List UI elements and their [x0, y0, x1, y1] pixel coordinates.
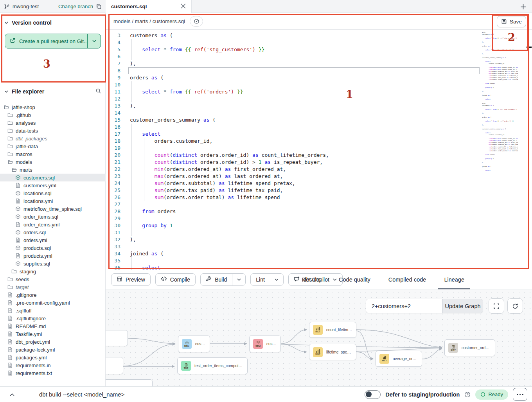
tree-item-orders.yml[interactable]: orders.yml [0, 236, 106, 244]
defer-toggle[interactable] [365, 390, 381, 399]
tree-item-.sqlfluff[interactable]: .sqlfluff [0, 307, 106, 314]
build-label: Build [215, 276, 227, 283]
preview-button[interactable]: Preview [111, 273, 151, 286]
tab-compiled-code[interactable]: Compiled code [379, 270, 435, 289]
tree-item-jaffle-shop[interactable]: jaffle-shop [0, 103, 106, 111]
new-tab-button[interactable] [518, 2, 528, 12]
close-tab-icon[interactable] [181, 3, 186, 10]
tree-item-label: orders.yml [23, 237, 47, 243]
tree-item-dbt_packages[interactable]: dbt_packages [0, 135, 106, 142]
tree-item-macros[interactable]: macros [0, 150, 106, 158]
tree-item-locations.yml[interactable]: locations.yml [0, 197, 106, 205]
tree-item-analyses[interactable]: analyses [0, 119, 106, 127]
lineage-panel: Update Graph stg_customersordersMDLcusto… [106, 289, 532, 386]
tree-item-customers.sql[interactable]: customers.sql [0, 174, 106, 181]
tree-item-marts[interactable]: marts [0, 166, 106, 174]
pr-dropdown-caret[interactable] [87, 34, 101, 48]
tree-item-README.md[interactable]: README.md [0, 322, 106, 330]
help-icon[interactable] [464, 391, 471, 398]
code-editor[interactable]: 2with3customers as (45 select * from {{ … [106, 30, 532, 270]
copilot-compass-icon[interactable] [190, 16, 203, 27]
lineage-node-customers[interactable]: SEMcustomers [249, 336, 281, 352]
tree-item-order_items.sql[interactable]: order_items.sql [0, 213, 106, 221]
tree-item-.gitignore[interactable]: .gitignore [0, 291, 106, 299]
build-button[interactable]: Build [201, 274, 232, 285]
tree-item-packages.yml[interactable]: packages.yml [0, 354, 106, 361]
tree-item-target[interactable]: target [0, 283, 106, 291]
model-icon [15, 261, 21, 266]
fullscreen-button[interactable] [489, 298, 504, 314]
file-icon [15, 198, 21, 204]
tree-item-metricflow_time_spine.sql[interactable]: metricflow_time_spine.sql [0, 205, 106, 213]
create-pr-button[interactable]: Create a pull request on Git... [5, 34, 101, 48]
expand-panel-caret[interactable] [0, 387, 24, 402]
line-number: 9 [106, 74, 120, 81]
tree-item-jaffle-data[interactable]: jaffle-data [0, 142, 106, 150]
tab-label: customers.sql [111, 4, 147, 9]
refresh-button[interactable] [507, 298, 523, 314]
file-icon [7, 347, 13, 352]
tree-item-order_items.yml[interactable]: order_items.yml [0, 221, 106, 228]
branch-name: mwong-test [13, 4, 39, 9]
model-icon [15, 175, 21, 180]
version-control-header[interactable]: Version control [0, 18, 105, 27]
tree-item-.sqlfluffignore[interactable]: .sqlfluffignore [0, 314, 106, 322]
lint-dropdown-caret[interactable] [270, 274, 283, 285]
lineage-node-test_order_items_compute_to_bools...[interactable]: TSTtest_order_items_compute_to_bools... [177, 357, 248, 374]
tree-item-label: .github [16, 112, 31, 118]
lineage-filter-input[interactable] [366, 299, 442, 313]
lineage-node-partial[interactable] [106, 379, 153, 386]
tab-lineage[interactable]: Lineage [435, 270, 473, 289]
lineage-node-count_lifetime_orders[interactable]: METcount_lifetime_orders [309, 322, 356, 338]
tab-results[interactable]: Results [293, 270, 330, 289]
lineage-node-orders[interactable]: orders [106, 357, 123, 374]
lint-button[interactable]: Lint [251, 274, 270, 285]
cli-command[interactable]: dbt build --select <model_name> [39, 391, 124, 398]
line-number: 20 [106, 152, 120, 159]
tree-item-.pre-commit-config.yaml[interactable]: .pre-commit-config.yaml [0, 299, 106, 307]
lineage-node-stg_customers[interactable]: stg_customers [106, 330, 128, 346]
save-button[interactable]: Save [497, 16, 526, 27]
tree-item-data-tests[interactable]: data-tests [0, 127, 106, 135]
top-bar: mwong-test Change branch customers.sql [0, 0, 532, 13]
tree-item-requirements.txt[interactable]: requirements.txt [0, 369, 106, 377]
file-explorer-header[interactable]: File explorer [0, 87, 105, 96]
tree-item-dbt_project.yml[interactable]: dbt_project.yml [0, 338, 106, 346]
tab-code-quality[interactable]: Code quality [330, 270, 379, 289]
tree-item-products.sql[interactable]: products.sql [0, 244, 106, 252]
tree-item-supplies.sql[interactable]: supplies.sql [0, 260, 106, 267]
lineage-node-customer_order_metrics[interactable]: QRYcustomer_order_metrics [444, 339, 495, 356]
tree-item-requirements.in[interactable]: requirements.in [0, 361, 106, 369]
tree-item-Taskfile.yml[interactable]: Taskfile.yml [0, 330, 106, 338]
ready-label: Ready [488, 391, 503, 397]
tree-item-models[interactable]: models [0, 158, 106, 166]
tree-item-staging[interactable]: staging [0, 267, 106, 275]
search-icon[interactable] [95, 88, 101, 95]
editor-tab-customers-sql[interactable]: customers.sql [106, 0, 192, 13]
create-pr-label: Create a pull request on Git... [19, 38, 87, 44]
lineage-node-lifetime_spend_pretax[interactable]: METlifetime_spend_pretax [309, 344, 356, 360]
update-graph-button[interactable]: Update Graph [442, 299, 483, 313]
tree-item-seeds[interactable]: seeds [0, 275, 106, 283]
lineage-node-customers[interactable]: MDLcustomers [178, 336, 210, 352]
tree-item-label: target [16, 284, 29, 290]
tree-item-customers.yml[interactable]: customers.yml [0, 181, 106, 189]
folder-icon [7, 136, 13, 141]
lineage-node-average_order_value[interactable]: METaverage_order_value [376, 351, 422, 367]
tree-item-.github[interactable]: .github [0, 111, 106, 119]
tree-item-package-lock.yml[interactable]: package-lock.yml [0, 346, 106, 354]
folder-open-icon [11, 167, 17, 172]
copy-icon[interactable] [96, 4, 102, 9]
folder-icon [7, 120, 13, 126]
sidebar: Version control Create a pull request on… [0, 13, 106, 386]
tree-item-label: README.md [16, 323, 46, 329]
compile-button[interactable]: Compile [155, 273, 196, 286]
tree-item-orders.sql[interactable]: orders.sql [0, 228, 106, 236]
change-branch-link[interactable]: Change branch [58, 4, 93, 9]
editor-minimap[interactable]: withcustomers as ( select * from {{ ref(… [482, 31, 518, 200]
tree-item-label: marts [20, 167, 32, 173]
build-dropdown-caret[interactable] [232, 274, 245, 285]
tree-item-locations.sql[interactable]: locations.sql [0, 189, 106, 197]
more-options-button[interactable] [513, 388, 527, 401]
tree-item-products.yml[interactable]: products.yml [0, 252, 106, 260]
